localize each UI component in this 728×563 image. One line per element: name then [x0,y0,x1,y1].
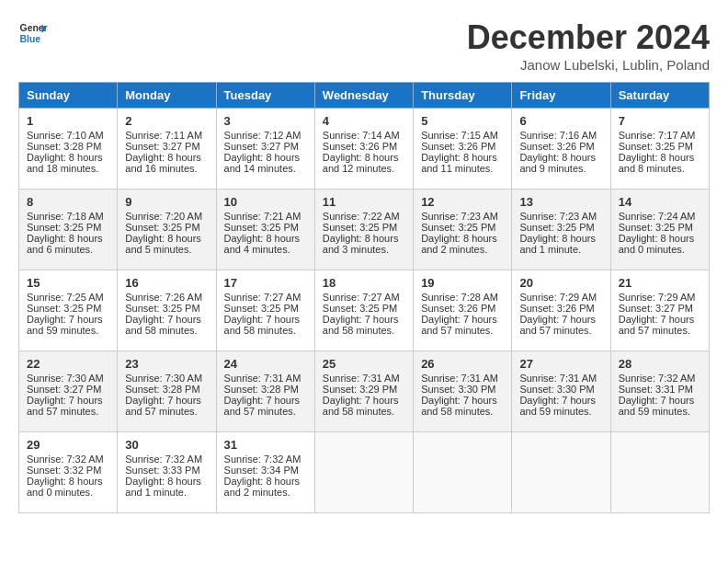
day-header-thursday: Thursday [414,83,512,109]
sunset-text: Sunset: 3:25 PM [421,222,495,233]
daylight-text: Daylight: 8 hours and 2 minutes. [224,476,301,498]
daylight-text: Daylight: 8 hours and 3 minutes. [323,233,399,255]
sunset-text: Sunset: 3:28 PM [224,384,299,395]
calendar-week-row: 29 Sunrise: 7:32 AM Sunset: 3:32 PM Dayl… [19,432,710,513]
day-number: 12 [421,195,504,209]
daylight-text: Daylight: 7 hours and 57 minutes. [27,395,103,417]
sunrise-text: Sunrise: 7:27 AM [323,292,400,303]
sunset-text: Sunset: 3:25 PM [323,303,397,314]
sunrise-text: Sunrise: 7:18 AM [27,211,104,222]
daylight-text: Daylight: 8 hours and 2 minutes. [421,233,497,255]
daylight-text: Daylight: 8 hours and 5 minutes. [125,233,201,255]
sunset-text: Sunset: 3:27 PM [125,141,199,152]
calendar-cell: 15 Sunrise: 7:25 AM Sunset: 3:25 PM Dayl… [19,270,118,351]
sunrise-text: Sunrise: 7:26 AM [125,292,202,303]
day-number: 27 [519,357,602,371]
daylight-text: Daylight: 7 hours and 58 minutes. [421,395,497,417]
sunset-text: Sunset: 3:25 PM [224,303,299,314]
day-number: 29 [27,438,109,452]
day-header-sunday: Sunday [19,83,118,109]
calendar-cell: 20 Sunrise: 7:29 AM Sunset: 3:26 PM Dayl… [512,270,610,351]
sunrise-text: Sunrise: 7:32 AM [224,454,301,465]
daylight-text: Daylight: 8 hours and 9 minutes. [519,152,596,174]
sunrise-text: Sunrise: 7:15 AM [421,130,498,141]
sunset-text: Sunset: 3:27 PM [27,384,101,395]
calendar-week-row: 1 Sunrise: 7:10 AM Sunset: 3:28 PM Dayli… [19,109,710,190]
calendar-cell: 9 Sunrise: 7:20 AM Sunset: 3:25 PM Dayli… [118,190,216,270]
calendar-cell: 17 Sunrise: 7:27 AM Sunset: 3:25 PM Dayl… [216,270,314,351]
daylight-text: Daylight: 7 hours and 59 minutes. [619,395,695,417]
calendar-cell: 19 Sunrise: 7:28 AM Sunset: 3:26 PM Dayl… [414,270,512,351]
day-number: 17 [224,276,307,290]
day-number: 4 [323,114,405,128]
sunrise-text: Sunrise: 7:23 AM [519,211,597,222]
sunrise-text: Sunrise: 7:28 AM [421,292,498,303]
day-number: 9 [125,195,208,209]
day-number: 26 [421,357,504,371]
calendar-cell: 2 Sunrise: 7:11 AM Sunset: 3:27 PM Dayli… [118,109,216,190]
sunrise-text: Sunrise: 7:32 AM [125,454,202,465]
day-number: 1 [27,114,109,128]
calendar-week-row: 15 Sunrise: 7:25 AM Sunset: 3:25 PM Dayl… [19,270,710,351]
daylight-text: Daylight: 7 hours and 58 minutes. [323,314,399,336]
sunset-text: Sunset: 3:28 PM [27,141,101,152]
sunrise-text: Sunrise: 7:11 AM [125,130,202,141]
day-number: 14 [619,195,701,209]
day-number: 21 [619,276,701,290]
calendar-cell: 11 Sunrise: 7:22 AM Sunset: 3:25 PM Dayl… [314,190,413,270]
calendar-cell: 25 Sunrise: 7:31 AM Sunset: 3:29 PM Dayl… [314,351,413,432]
sunrise-text: Sunrise: 7:25 AM [27,292,104,303]
calendar-cell [414,432,512,513]
sunrise-text: Sunrise: 7:14 AM [323,130,400,141]
sunset-text: Sunset: 3:30 PM [421,384,495,395]
calendar-cell: 4 Sunrise: 7:14 AM Sunset: 3:26 PM Dayli… [314,109,413,190]
sunset-text: Sunset: 3:28 PM [125,384,199,395]
calendar-cell: 28 Sunrise: 7:32 AM Sunset: 3:31 PM Dayl… [610,351,709,432]
calendar-week-row: 22 Sunrise: 7:30 AM Sunset: 3:27 PM Dayl… [19,351,710,432]
calendar-cell: 23 Sunrise: 7:30 AM Sunset: 3:28 PM Dayl… [118,351,216,432]
calendar-cell: 1 Sunrise: 7:10 AM Sunset: 3:28 PM Dayli… [19,109,118,190]
sunset-text: Sunset: 3:25 PM [27,303,101,314]
calendar-cell: 10 Sunrise: 7:21 AM Sunset: 3:25 PM Dayl… [216,190,314,270]
daylight-text: Daylight: 8 hours and 18 minutes. [27,152,103,174]
sunrise-text: Sunrise: 7:22 AM [323,211,400,222]
calendar-cell: 8 Sunrise: 7:18 AM Sunset: 3:25 PM Dayli… [19,190,118,270]
sunrise-text: Sunrise: 7:30 AM [125,373,202,384]
sunset-text: Sunset: 3:25 PM [125,303,199,314]
sunset-text: Sunset: 3:26 PM [421,141,495,152]
sunrise-text: Sunrise: 7:30 AM [27,373,104,384]
calendar-cell: 21 Sunrise: 7:29 AM Sunset: 3:27 PM Dayl… [610,270,709,351]
sunrise-text: Sunrise: 7:24 AM [619,211,696,222]
daylight-text: Daylight: 7 hours and 57 minutes. [224,395,301,417]
sunset-text: Sunset: 3:34 PM [224,465,299,476]
calendar-cell: 6 Sunrise: 7:16 AM Sunset: 3:26 PM Dayli… [512,109,610,190]
sunset-text: Sunset: 3:25 PM [619,141,693,152]
calendar-cell: 31 Sunrise: 7:32 AM Sunset: 3:34 PM Dayl… [216,432,314,513]
svg-text:Blue: Blue [20,34,41,44]
sunrise-text: Sunrise: 7:17 AM [619,130,696,141]
sunrise-text: Sunrise: 7:31 AM [224,373,301,384]
daylight-text: Daylight: 8 hours and 6 minutes. [27,233,103,255]
calendar-cell: 14 Sunrise: 7:24 AM Sunset: 3:25 PM Dayl… [610,190,709,270]
sunrise-text: Sunrise: 7:31 AM [519,373,597,384]
day-header-wednesday: Wednesday [314,83,413,109]
sunset-text: Sunset: 3:31 PM [619,384,693,395]
calendar-cell: 26 Sunrise: 7:31 AM Sunset: 3:30 PM Dayl… [414,351,512,432]
calendar-cell: 16 Sunrise: 7:26 AM Sunset: 3:25 PM Dayl… [118,270,216,351]
day-number: 28 [619,357,701,371]
sunset-text: Sunset: 3:27 PM [224,141,299,152]
day-number: 25 [323,357,405,371]
daylight-text: Daylight: 8 hours and 0 minutes. [27,476,103,498]
daylight-text: Daylight: 8 hours and 1 minute. [519,233,596,255]
sunrise-text: Sunrise: 7:21 AM [224,211,301,222]
sunrise-text: Sunrise: 7:32 AM [27,454,104,465]
daylight-text: Daylight: 7 hours and 57 minutes. [421,314,497,336]
month-title: December 2024 [467,18,710,57]
sunrise-text: Sunrise: 7:23 AM [421,211,498,222]
day-number: 8 [27,195,109,209]
logo: General Blue [18,18,48,48]
day-number: 13 [519,195,602,209]
location-subtitle: Janow Lubelski, Lublin, Poland [467,57,710,73]
sunset-text: Sunset: 3:25 PM [224,222,299,233]
sunrise-text: Sunrise: 7:31 AM [421,373,498,384]
